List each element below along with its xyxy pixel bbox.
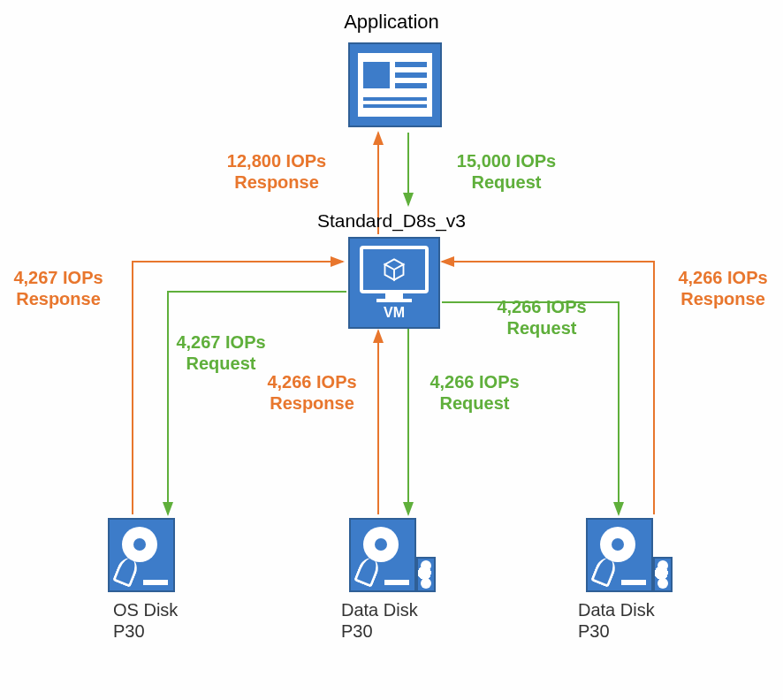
flow-d1-response: 4,266 IOPsResponse (255, 371, 369, 414)
flow-d2-request: 4,266 IOPsRequest (484, 296, 599, 339)
os-disk-icon (108, 518, 179, 592)
data-disk-1-icon (349, 518, 420, 592)
flow-os-response: 4,267 IOPsResponse (5, 267, 111, 309)
vm-sku-label: Standard_D8s_v3 (0, 209, 783, 232)
flow-os-request: 4,267 IOPsRequest (163, 331, 278, 374)
application-icon (348, 42, 442, 127)
vm-icon: VM (348, 237, 440, 329)
cube-icon (382, 257, 407, 282)
application-title: Application (0, 11, 783, 34)
flow-app-request: 15,000 IOPsRequest (436, 150, 577, 193)
vm-label: VM (384, 305, 405, 321)
data-disk-2-label: Data DiskP30 (578, 599, 655, 642)
os-disk-label: OS DiskP30 (113, 599, 178, 642)
data-disk-1-label: Data DiskP30 (341, 599, 418, 642)
flow-d1-request: 4,266 IOPsRequest (417, 371, 532, 414)
flow-app-response: 12,800 IOPsResponse (206, 150, 347, 193)
flow-d2-response: 4,266 IOPsResponse (670, 267, 776, 309)
data-disk-2-icon (586, 518, 657, 592)
diagram-canvas: Application 12,800 IOPsResponse 15,000 I… (0, 0, 783, 700)
